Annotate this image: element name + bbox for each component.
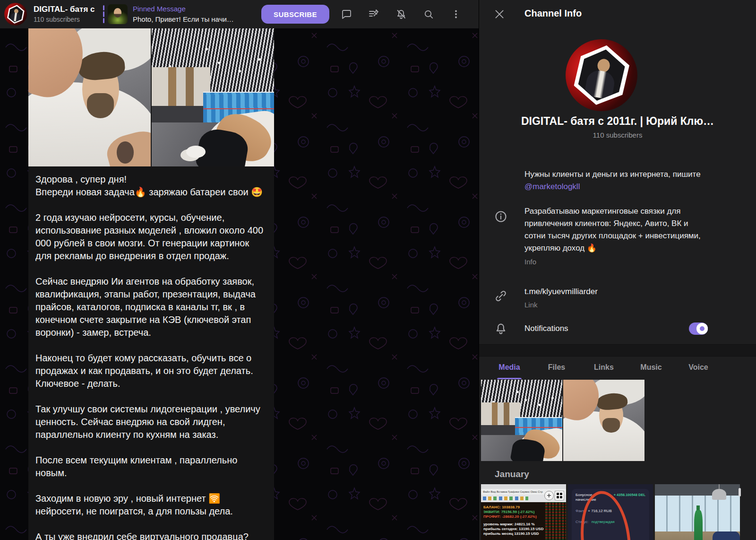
cafe-lamp (712, 489, 727, 499)
media-month-label: January (495, 469, 529, 479)
tab-links[interactable]: Links (580, 356, 627, 379)
channel-subscribers: 110 subscribers (34, 16, 80, 23)
post-paragraph: 2 года изучаю нейросети, курсы, обучение… (35, 211, 267, 262)
post-paragraph: Сейчас внедряю Ии агентов на обработку з… (35, 275, 267, 339)
post-paragraph: Здорова , супер дня! Впереди новая задач… (35, 173, 267, 199)
trading-candlestick-columns (545, 502, 566, 540)
notifications-toggle-knob (696, 323, 708, 334)
january-media-row: Файл Вид Вставка Графики Сервис Окно Стр… (481, 484, 740, 540)
post-text: Здорова , супер дня! Впереди новая задач… (28, 166, 274, 540)
tab-label: Voice (688, 363, 708, 372)
notifications-toggle[interactable] (689, 322, 708, 335)
tab-files[interactable]: Files (533, 356, 580, 379)
tab-label: Files (548, 363, 565, 372)
more-menu-icon[interactable] (450, 9, 462, 20)
pinned-indicator-segment (103, 18, 104, 23)
grid-view-icon (555, 491, 564, 500)
pinned-message-label[interactable]: Pinned Message (133, 5, 186, 13)
trading-toolbar-buttons (483, 496, 528, 500)
channel-info-panel: Channel Info DIGITAL- батя с 2011г. | Юр… (479, 0, 756, 540)
trading-terminal-body: БАЛАНС: 103838.79 ЭКВИТИ: 75156.59 (-27.… (481, 502, 566, 540)
channel-link[interactable]: t.me/klyuevmilliarder (524, 287, 598, 296)
tab-media[interactable]: Media (486, 356, 533, 379)
pool-back-wall (481, 402, 520, 425)
media-grid (481, 380, 644, 461)
post-paragraph: Заходим в новую эру , новый интернет 🛜 н… (35, 492, 267, 518)
bio-mention-link[interactable]: @marketologkll (524, 182, 580, 191)
bio-line: Нужны клиенты и деньги из интернета, пиш… (524, 168, 707, 193)
post-photo-pool[interactable] (152, 28, 274, 166)
tab-label: Music (640, 363, 662, 372)
trading-window-titlebar (481, 484, 566, 489)
bell-icon (494, 322, 507, 335)
panel-channel-name: DIGITAL- батя с 2011г. | Юрий Клю… (479, 115, 756, 128)
selfie-beard (602, 418, 620, 433)
media-thumb-trading-screenshot[interactable]: Файл Вид Вставка Графики Сервис Окно Стр… (481, 484, 566, 540)
zoom-in-icon (544, 491, 554, 500)
selfie-tattoo (117, 141, 134, 164)
panel-channel-avatar[interactable] (566, 39, 637, 111)
media-thumb-selfie[interactable] (563, 380, 644, 461)
bio-line: Разрабатываю маркетинговые связки для пр… (524, 205, 707, 254)
mute-bell-icon[interactable] (395, 9, 407, 20)
cafe-blue-chair (713, 531, 740, 540)
pinned-indicator-segment (103, 11, 104, 17)
channel-title[interactable]: DIGITAL- батя с (34, 5, 95, 14)
bio-info-label: Info (524, 256, 707, 268)
pinned-message-thumbnail[interactable] (108, 4, 128, 24)
panel-scrollbar-thumb[interactable] (739, 488, 741, 496)
panel-subscribers: 110 subscribers (479, 131, 756, 139)
avatar-hex-inner (573, 45, 630, 105)
avatar-hex-frame (568, 41, 635, 110)
selfie-beard (87, 93, 114, 118)
post-paragraph: Так улучшу свои системы лидогенерации , … (35, 403, 267, 441)
tab-label: Links (594, 363, 614, 372)
bonus-amount: + 4358.100548 DEL (614, 493, 645, 497)
cafe-green-bottle (694, 510, 703, 540)
post-paragraph: После всем текущим клиентам , параллельн… (35, 454, 267, 479)
pool-lane-line (515, 427, 562, 428)
tab-music[interactable]: Music (627, 356, 675, 379)
pinned-list-icon[interactable] (368, 9, 379, 20)
media-thumb-cafe-photo[interactable] (655, 484, 740, 540)
pinned-indicator-bar (103, 5, 104, 23)
close-icon[interactable] (493, 8, 506, 20)
tab-voice[interactable]: Voice (675, 356, 722, 379)
pinned-indicator-segment (103, 5, 104, 10)
avatar-person-body (10, 12, 20, 22)
tab-label: Media (498, 363, 520, 372)
cafe-ceiling (655, 484, 740, 496)
post-paragraph: А ты уже внедрил себе виртуального прода… (35, 531, 267, 540)
avatar-person-body (584, 69, 616, 100)
subscribe-button[interactable]: SUBSCRIBE (261, 5, 329, 24)
pool-back-wall (152, 67, 210, 106)
shared-media-tabs: Media Files Links Music Voice (486, 356, 722, 379)
avatar-hex-inner (7, 5, 25, 24)
header-actions (341, 0, 462, 28)
channel-avatar[interactable] (4, 3, 27, 26)
notifications-label: Notifications (524, 324, 568, 333)
channel-bio: Нужны клиенты и деньги из интернета, пиш… (524, 168, 707, 268)
chat-area: DIGITAL- батя с 110 subscribers Pinned M… (0, 0, 479, 540)
media-thumb-bonus-screenshot[interactable]: Бонусное начисление + 4358.100548 DEL Фа… (568, 484, 653, 540)
media-thumb-pool[interactable] (481, 380, 562, 461)
section-divider (479, 344, 756, 357)
tab-active-underline (497, 378, 522, 379)
bio-text: Нужны клиенты и деньги из интернета, пиш… (524, 170, 701, 179)
info-icon (494, 210, 507, 223)
panel-title: Channel Info (524, 8, 582, 19)
pinned-message-preview[interactable]: Photo, Привет! Если ты начи… (133, 15, 234, 23)
chat-header: DIGITAL- батя с 110 subscribers Pinned M… (0, 0, 479, 28)
post-paragraph: Наконец то будет кому рассказать, обучит… (35, 352, 267, 390)
pinned-thumb-face (114, 8, 122, 17)
avatar-hex-frame (5, 3, 26, 25)
post-photo-album (28, 28, 274, 166)
link-icon (494, 289, 507, 303)
comments-icon[interactable] (341, 9, 352, 20)
bio-spacer (524, 193, 707, 205)
post-photo-selfie[interactable] (28, 28, 151, 166)
pool-lane-line (203, 108, 274, 109)
channel-post: Здорова , супер дня! Впереди новая задач… (28, 28, 274, 540)
channel-link-label: Link (524, 301, 538, 309)
search-icon[interactable] (423, 9, 434, 20)
